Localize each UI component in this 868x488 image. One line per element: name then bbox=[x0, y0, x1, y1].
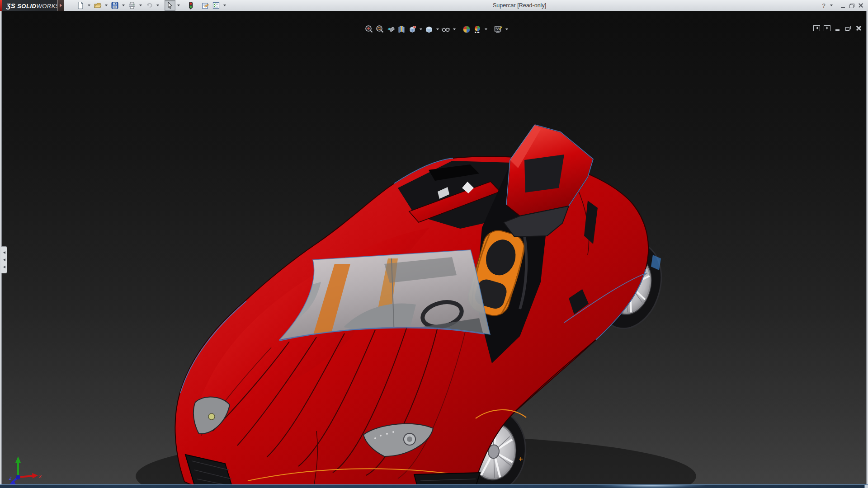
undo-button[interactable] bbox=[144, 0, 155, 11]
doc-minimize-button[interactable] bbox=[832, 24, 843, 32]
graphics-viewport[interactable]: x z *Dimetric bbox=[0, 11, 868, 484]
hide-show-items-icon bbox=[441, 25, 450, 34]
view-orientation-button[interactable] bbox=[407, 24, 418, 35]
select-dropdown[interactable] bbox=[175, 0, 182, 10]
minimize-icon bbox=[841, 7, 845, 8]
solidworks-logo: ƷSSOLIDWORKS bbox=[0, 0, 57, 11]
dassault-logo-icon: ƷS bbox=[6, 2, 15, 9]
taskbar-sliver[interactable] bbox=[0, 484, 868, 488]
undo-icon bbox=[145, 1, 153, 9]
restore-button[interactable] bbox=[847, 1, 856, 10]
save-icon bbox=[111, 1, 119, 9]
file-properties-button[interactable] bbox=[200, 0, 211, 11]
print-button[interactable] bbox=[127, 0, 137, 11]
zoom-to-area-icon bbox=[375, 25, 384, 34]
undo-dropdown[interactable] bbox=[155, 0, 161, 10]
options-checklist-icon bbox=[212, 1, 220, 9]
print-dropdown[interactable] bbox=[137, 0, 144, 10]
rebuild-button[interactable] bbox=[185, 0, 196, 11]
apply-scene-dropdown[interactable] bbox=[483, 24, 489, 35]
help-button[interactable]: ? bbox=[819, 1, 828, 10]
restore-icon bbox=[849, 4, 854, 8]
collapse-arrow-icon bbox=[3, 258, 5, 261]
reference-triad: x z bbox=[8, 455, 44, 487]
titlebar-controls: ? bbox=[819, 0, 865, 11]
options-dropdown[interactable] bbox=[222, 0, 228, 10]
flyout-arrow-icon bbox=[60, 4, 62, 7]
standard-toolbar bbox=[75, 0, 228, 11]
display-style-button[interactable] bbox=[424, 24, 434, 35]
view-settings-button[interactable] bbox=[493, 24, 504, 35]
show-left-pane-button[interactable] bbox=[811, 24, 822, 32]
logo-red-accent bbox=[0, 0, 2, 11]
minimize-button[interactable] bbox=[838, 1, 847, 10]
new-document-button[interactable] bbox=[75, 0, 86, 11]
save-button[interactable] bbox=[109, 0, 120, 11]
options-button[interactable] bbox=[211, 0, 222, 11]
open-dropdown[interactable] bbox=[103, 0, 109, 10]
zoom-to-fit-button[interactable] bbox=[363, 24, 374, 35]
solidworks-window: ƷSSOLIDWORKS bbox=[0, 0, 868, 488]
select-button[interactable] bbox=[165, 0, 175, 11]
brand-solid: SOLID bbox=[17, 3, 36, 9]
headsup-view-toolbar bbox=[363, 24, 509, 35]
hide-show-items-button[interactable] bbox=[440, 24, 451, 35]
right-pane-icon bbox=[824, 25, 830, 31]
zoom-to-fit-icon bbox=[364, 25, 373, 34]
select-cursor-icon bbox=[166, 1, 174, 9]
doc-close-icon bbox=[856, 26, 861, 31]
apply-scene-button[interactable] bbox=[472, 24, 483, 35]
menu-flyout-button[interactable] bbox=[57, 0, 64, 11]
left-pane-icon bbox=[813, 25, 820, 31]
window-frame-right bbox=[866, 11, 868, 484]
collapse-arrow-icon bbox=[3, 251, 5, 254]
edit-appearance-icon bbox=[462, 25, 471, 34]
doc-restore-icon bbox=[845, 26, 850, 30]
file-properties-icon bbox=[201, 1, 209, 9]
document-window-controls bbox=[811, 24, 863, 32]
previous-view-icon bbox=[386, 25, 395, 34]
open-button[interactable] bbox=[92, 0, 103, 11]
view-orientation-icon bbox=[408, 25, 417, 34]
close-button[interactable] bbox=[856, 1, 865, 10]
triad-z-label: z bbox=[9, 475, 12, 481]
brand-works: WORKS bbox=[36, 3, 60, 9]
featuremanager-flyout-tab[interactable] bbox=[1, 246, 7, 273]
view-settings-dropdown[interactable] bbox=[504, 24, 509, 35]
apply-scene-icon bbox=[473, 25, 482, 34]
triad-x-label: x bbox=[38, 473, 42, 479]
window-title: Supercar [Read-only] bbox=[493, 2, 546, 9]
edit-appearance-button[interactable] bbox=[461, 24, 472, 35]
collapse-arrow-icon bbox=[3, 266, 5, 268]
title-bar: ƷSSOLIDWORKS bbox=[0, 0, 868, 11]
new-document-icon bbox=[76, 1, 85, 9]
save-dropdown[interactable] bbox=[120, 0, 127, 10]
previous-view-button[interactable] bbox=[385, 24, 396, 35]
display-style-dropdown[interactable] bbox=[434, 24, 440, 35]
section-view-button[interactable] bbox=[396, 24, 407, 35]
help-dropdown[interactable] bbox=[828, 0, 835, 10]
view-orientation-dropdown[interactable] bbox=[418, 24, 424, 35]
section-view-icon bbox=[397, 25, 406, 34]
show-right-pane-button[interactable] bbox=[822, 24, 832, 32]
display-style-icon bbox=[425, 25, 434, 34]
open-icon bbox=[94, 1, 102, 9]
print-icon bbox=[128, 1, 136, 9]
rebuild-traffic-light-icon bbox=[187, 1, 195, 9]
zoom-to-area-button[interactable] bbox=[374, 24, 385, 35]
hide-show-items-dropdown[interactable] bbox=[451, 24, 457, 35]
view-settings-icon bbox=[494, 25, 503, 34]
new-document-dropdown[interactable] bbox=[86, 0, 92, 10]
doc-minimize-icon bbox=[835, 29, 840, 31]
taskbar-glow bbox=[597, 485, 705, 488]
doc-restore-button[interactable] bbox=[843, 24, 853, 32]
close-icon bbox=[859, 3, 863, 8]
model-view[interactable] bbox=[0, 22, 868, 488]
show-desktop-sliver[interactable] bbox=[864, 485, 868, 488]
doc-close-button[interactable] bbox=[853, 24, 863, 32]
